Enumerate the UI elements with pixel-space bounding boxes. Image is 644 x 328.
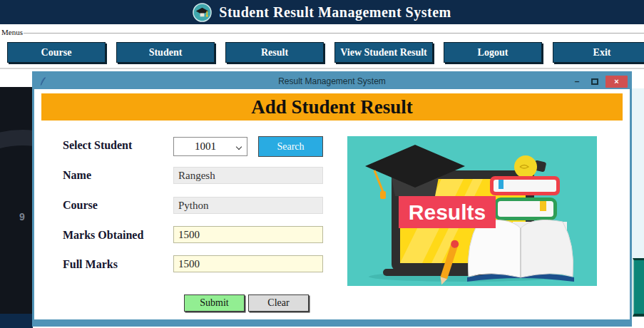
name-label: Name bbox=[63, 169, 91, 182]
menu-button-student[interactable]: Student bbox=[116, 42, 215, 63]
student-id-value: 1001 bbox=[174, 140, 237, 153]
name-field[interactable] bbox=[173, 167, 323, 184]
menu-button-view-student-result[interactable]: View Student Result bbox=[334, 42, 433, 63]
minimize-icon[interactable]: – bbox=[568, 78, 586, 85]
select-student-label: Select Student bbox=[63, 139, 132, 152]
full-marks-field[interactable] bbox=[173, 255, 323, 272]
menus-frame-label: Menus bbox=[1, 28, 23, 36]
course-field[interactable] bbox=[173, 197, 323, 214]
app-title: Student Result Management System bbox=[219, 4, 451, 21]
marks-obtained-label: Marks Obtained bbox=[63, 229, 143, 242]
page-title: Add Student Result bbox=[41, 93, 623, 121]
result-window-titlebar[interactable]: Result Management System – × bbox=[34, 73, 630, 89]
app-logo-icon bbox=[193, 3, 212, 22]
menu-button-logout[interactable]: Logout bbox=[444, 42, 542, 63]
chevron-down-icon bbox=[236, 143, 242, 149]
results-caption: Results bbox=[409, 200, 486, 224]
menu-button-exit[interactable]: Exit bbox=[553, 42, 644, 63]
menus-frame-bottom-border bbox=[0, 68, 644, 69]
window-controls: – × bbox=[568, 73, 630, 89]
menu-button-result[interactable]: Result bbox=[225, 42, 324, 63]
result-window-content: Add Student Result Select Student Name C… bbox=[34, 89, 630, 319]
background-clock-digit: 9 bbox=[19, 211, 25, 222]
background-green-block bbox=[633, 258, 644, 317]
open-book-icon bbox=[467, 220, 574, 282]
search-button[interactable]: Search bbox=[258, 136, 323, 157]
course-label: Course bbox=[63, 199, 98, 212]
close-icon[interactable]: × bbox=[605, 76, 628, 88]
app-header: Student Result Management System bbox=[0, 0, 644, 24]
screen: Student Result Management System Menus C… bbox=[0, 0, 644, 328]
background-dark-panel: 9 bbox=[0, 87, 33, 315]
student-id-combobox[interactable]: 1001 bbox=[173, 137, 247, 156]
submit-button[interactable]: Submit bbox=[184, 294, 245, 312]
window-title: Result Management System bbox=[34, 76, 630, 86]
result-window: Result Management System – × Add Student… bbox=[32, 71, 632, 327]
background-light-strip bbox=[632, 88, 644, 258]
menu-button-course[interactable]: Course bbox=[7, 42, 106, 63]
menus-frame-top-border bbox=[24, 33, 644, 34]
background-navy-strip bbox=[0, 314, 33, 328]
marks-obtained-field[interactable] bbox=[173, 226, 323, 243]
results-illustration: Results bbox=[347, 136, 597, 286]
full-marks-label: Full Marks bbox=[63, 258, 118, 271]
clear-button[interactable]: Clear bbox=[248, 294, 309, 312]
maximize-icon[interactable] bbox=[591, 78, 598, 85]
